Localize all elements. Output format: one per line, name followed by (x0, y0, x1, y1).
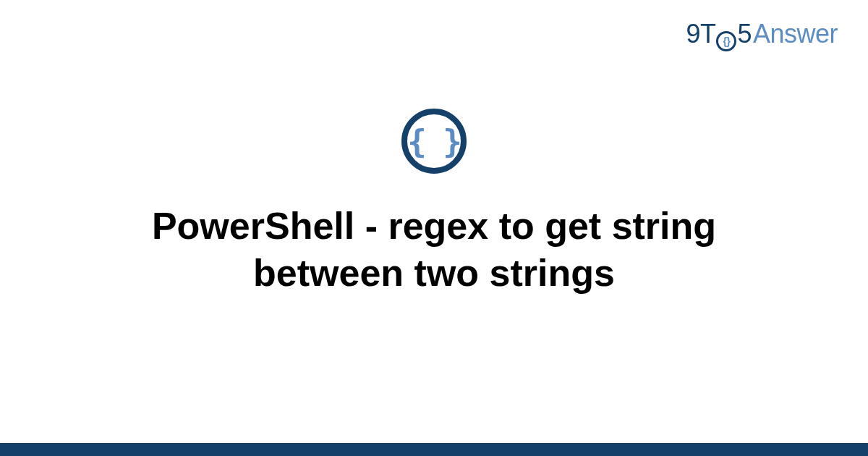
main-content: { } PowerShell - regex to get string bet… (0, 0, 868, 456)
page-title: PowerShell - regex to get string between… (72, 203, 796, 297)
hero-icon-wrapper: { } (401, 109, 467, 174)
footer-bar (0, 443, 868, 456)
code-braces-icon: { } (401, 109, 467, 174)
